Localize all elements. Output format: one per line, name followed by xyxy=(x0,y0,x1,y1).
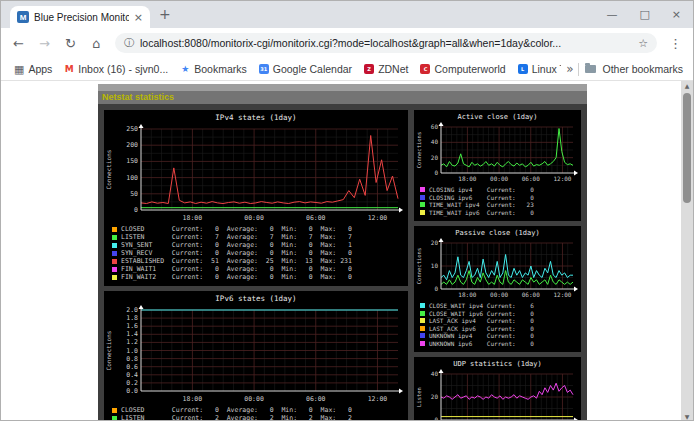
legend-row: LAST_ACK ipv4 Current: 0 xyxy=(420,317,581,325)
ipv6-states-legend: CLOSED Current: 0 Average: 0 Min: 0 Max:… xyxy=(104,404,408,421)
chart-panel-ipv4-states: IPv4 states (1day)05010015020025018:0000… xyxy=(104,110,408,286)
svg-text:Listen: Listen xyxy=(416,387,422,407)
forward-button[interactable]: → xyxy=(37,36,52,51)
svg-text:Connections: Connections xyxy=(105,330,112,370)
legend-color-swatch xyxy=(112,251,117,256)
ipv4-states-graph[interactable]: 05010015020025018:0000:0006:0012:00Conne… xyxy=(104,123,408,223)
bookmark-item[interactable]: CComputerworld xyxy=(415,63,510,75)
charts-grid: IPv4 states (1day)05010015020025018:0000… xyxy=(98,104,587,421)
svg-text:2.0: 2.0 xyxy=(126,306,138,314)
page-scrollbar[interactable]: ▲ ▼ xyxy=(681,81,693,421)
url-text[interactable]: localhost:8080/monitorix-cgi/monitorix.c… xyxy=(140,37,632,49)
site-favicon-icon: M xyxy=(17,11,29,23)
legend-row: FIN_WAIT1 Current: 0 Average: 0 Min: 0 M… xyxy=(112,265,408,273)
legend-color-swatch xyxy=(420,341,425,346)
chart-panel-ipv6-states: IPv6 states (1day)0.00.20.40.60.81.01.21… xyxy=(104,291,408,421)
svg-text:Connections: Connections xyxy=(105,149,112,189)
legend-color-swatch xyxy=(112,235,117,240)
svg-text:12:00: 12:00 xyxy=(553,291,571,298)
bookmark-label: ZDNet xyxy=(378,63,408,75)
browser-menu-icon[interactable]: ⋮ xyxy=(668,36,683,51)
window-maximize-button[interactable]: □ xyxy=(639,8,649,21)
scrollbar-thumb[interactable] xyxy=(683,93,691,203)
svg-text:0.2: 0.2 xyxy=(126,379,138,387)
svg-text:20: 20 xyxy=(431,393,439,400)
section-title: Netstat statistics xyxy=(102,92,174,102)
charts-left-column: IPv4 states (1day)05010015020025018:0000… xyxy=(104,110,408,421)
udp-statistics-graph[interactable]: 0204018:0000:0006:0012:00Listen xyxy=(414,369,581,421)
legend-color-swatch xyxy=(420,210,425,215)
page-viewport: Netstat statistics IPv4 states (1day)050… xyxy=(1,81,693,421)
new-tab-button[interactable]: + xyxy=(159,6,171,22)
bookmark-item[interactable]: ★Bookmarks xyxy=(175,63,252,75)
window-close-button[interactable]: × xyxy=(672,8,681,21)
legend-text: LAST_ACK ipv6 Current: 0 xyxy=(429,325,534,332)
bookmark-item[interactable]: 31Google Calendar xyxy=(254,63,357,75)
apps-label: Apps xyxy=(28,63,52,75)
chart-panel-active-close: Active close (1day)020406018:0000:0006:0… xyxy=(414,110,581,221)
back-button[interactable]: ← xyxy=(11,36,26,51)
bookmark-star-icon[interactable]: ☆ xyxy=(638,37,648,50)
chart-title-udp-statistics: UDP statistics (1day) xyxy=(414,357,581,369)
legend-color-swatch xyxy=(112,416,117,421)
bookmark-favicon-icon: 31 xyxy=(259,64,269,74)
legend-text: TIME_WAIT ipv4 Current: 23 xyxy=(429,201,534,208)
legend-row: LAST_ACK ipv6 Current: 0 xyxy=(420,325,581,333)
svg-text:250: 250 xyxy=(126,125,138,133)
svg-text:Connections: Connections xyxy=(416,248,422,284)
legend-row: SYN_RECV Current: 0 Average: 0 Min: 0 Ma… xyxy=(112,249,408,257)
legend-text: CLOSE_WAIT ipv6 Current: 0 xyxy=(429,310,534,317)
legend-row: TIME_WAIT ipv4 Current: 23 xyxy=(420,201,581,209)
svg-text:00:00: 00:00 xyxy=(244,395,264,403)
svg-text:1.6: 1.6 xyxy=(126,322,138,330)
svg-text:1.8: 1.8 xyxy=(126,314,138,322)
svg-text:0.6: 0.6 xyxy=(126,363,138,371)
bookmark-item[interactable]: ZZDNet xyxy=(359,63,413,75)
bookmark-items: MInbox (16) - sjvn0...★Bookmarks31Google… xyxy=(59,63,561,75)
browser-tab[interactable]: M Blue Precision Monitorix × xyxy=(10,6,150,28)
legend-text: ESTABLISHED Current: 51 Average: 25 Min:… xyxy=(121,257,352,265)
legend-text: LISTEN Current: 7 Average: 7 Min: 7 Max:… xyxy=(121,233,352,241)
bookmark-label: Inbox (16) - sjvn0... xyxy=(78,63,168,75)
scroll-down-arrow[interactable]: ▼ xyxy=(685,412,690,421)
svg-text:20: 20 xyxy=(431,154,439,161)
folder-icon xyxy=(585,65,596,73)
page-info-icon[interactable]: ⓘ xyxy=(124,36,134,50)
legend-color-swatch xyxy=(420,202,425,207)
svg-text:18:00: 18:00 xyxy=(458,175,476,182)
svg-text:18:00: 18:00 xyxy=(458,291,476,298)
svg-text:06:00: 06:00 xyxy=(306,395,326,403)
svg-text:0.0: 0.0 xyxy=(126,387,138,395)
bookmarks-overflow-chevron[interactable]: » xyxy=(563,62,576,76)
section-header: Netstat statistics xyxy=(98,91,587,104)
address-bar[interactable]: ⓘ localhost:8080/monitorix-cgi/monitorix… xyxy=(115,33,657,53)
apps-shortcut[interactable]: ▦ Apps xyxy=(9,63,57,76)
ipv6-states-graph[interactable]: 0.00.20.40.60.81.01.21.41.61.82.018:0000… xyxy=(104,304,408,404)
scroll-up-arrow[interactable]: ▲ xyxy=(685,81,690,91)
bookmark-item[interactable]: LLinux Today xyxy=(513,63,561,75)
svg-text:10: 10 xyxy=(431,262,439,269)
window-minimize-button[interactable]: — xyxy=(606,8,617,21)
passive-close-graph[interactable]: 0102018:0000:0006:0012:00Connections xyxy=(414,238,581,300)
legend-color-swatch xyxy=(420,187,425,192)
tab-close-icon[interactable]: × xyxy=(134,11,143,24)
bookmark-label: Linux Today xyxy=(532,63,561,75)
legend-color-swatch xyxy=(420,303,425,308)
section-top-strip xyxy=(98,84,587,91)
apps-grid-icon: ▦ xyxy=(14,63,24,76)
svg-text:0: 0 xyxy=(434,285,438,292)
other-bookmarks-label[interactable]: Other bookmarks xyxy=(602,63,683,75)
legend-row: LISTEN Current: 2 Average: 2 Min: 2 Max:… xyxy=(112,414,408,421)
bookmark-item[interactable]: MInbox (16) - sjvn0... xyxy=(59,63,173,75)
bookmark-favicon-icon: L xyxy=(518,64,528,74)
home-button[interactable]: ⌂ xyxy=(89,36,104,51)
bookmarks-separator xyxy=(578,63,579,76)
svg-text:200: 200 xyxy=(126,141,138,149)
tab-title: Blue Precision Monitorix xyxy=(34,12,129,23)
legend-row: CLOSED Current: 0 Average: 0 Min: 0 Max:… xyxy=(112,406,408,414)
active-close-graph[interactable]: 020406018:0000:0006:0012:00Connections xyxy=(414,122,581,184)
reload-button[interactable]: ↻ xyxy=(63,36,78,51)
legend-row: LISTEN Current: 7 Average: 7 Min: 7 Max:… xyxy=(112,233,408,241)
svg-text:1.4: 1.4 xyxy=(126,330,138,338)
svg-text:0: 0 xyxy=(434,169,438,176)
